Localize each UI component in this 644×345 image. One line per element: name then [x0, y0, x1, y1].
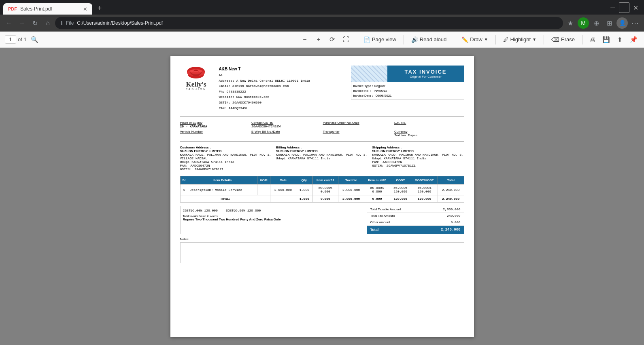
fit-page-button[interactable]: ⟳: [327, 34, 338, 45]
favorites-icon[interactable]: ★: [565, 17, 576, 29]
share-icon[interactable]: ⬆: [614, 34, 625, 45]
erase-button[interactable]: ⌫ Erase: [548, 35, 578, 44]
draw-dropdown-icon: ▼: [484, 37, 488, 42]
tab-close-icon[interactable]: ✕: [83, 6, 87, 12]
highlight-button[interactable]: 🖊 Highlight ▼: [500, 35, 540, 44]
lr-label: L.R. No.: [394, 121, 464, 125]
notes-section: Notes:: [180, 237, 464, 263]
invoice-no-label: Invoice No. :: [353, 89, 371, 93]
page-view-button[interactable]: 📄 Page view: [360, 35, 400, 44]
vehicle-label: Vehicle Number: [180, 130, 250, 133]
collections-icon[interactable]: ⊞: [604, 17, 615, 29]
profile-icon[interactable]: M: [578, 17, 589, 29]
total-label: Total: [370, 228, 379, 232]
contact-gstin-label: Contact GSTIN: [251, 121, 321, 125]
customer-address-block: Customer Address : SUZLON ENERGY LIMITED…: [180, 146, 272, 171]
amount-box: Total Taxable Amount 2,000.000 Total Tax…: [367, 206, 464, 234]
invoice-table: Sr Item Details UOM Rate Qty. Item cust0…: [180, 176, 464, 203]
account-icon[interactable]: 👤: [616, 17, 628, 29]
billing-address-block: Billing Address : SUZLON ENERGY LIMITED …: [276, 146, 368, 171]
extensions-icon[interactable]: ⊕: [591, 17, 602, 29]
company-website-text: Website: www.hostbooks.com: [219, 94, 344, 100]
back-button[interactable]: ←: [3, 17, 15, 29]
other-amount-row: Other amount 0.000: [367, 219, 464, 226]
customer-addr-gstin: GSTIN: 29AWGPV7107B1Z1: [180, 167, 272, 171]
invoice-date-label: Invoice Date :: [353, 94, 373, 97]
tab-favicon: PDF: [8, 6, 17, 11]
maximize-icon[interactable]: [619, 2, 629, 13]
col-cust01: Item cust01: [312, 176, 338, 184]
print-icon[interactable]: 🖨: [587, 34, 598, 45]
home-button[interactable]: ⌂: [42, 17, 53, 29]
supply-info: Place of Supply 29 - KARNATAKA Contact G…: [180, 121, 464, 137]
page-view-label: Page view: [372, 36, 396, 42]
shipping-addr-company: SUZLON ENERGY LIMITED: [372, 149, 464, 153]
customer-addr-text: KARKALA RAOD, PALIMAR AND NANDIKUR, PLOT…: [180, 153, 272, 160]
new-tab-button[interactable]: +: [94, 2, 105, 14]
company-short-name: A&B New T: [219, 66, 344, 72]
zoom-in-button[interactable]: +: [313, 34, 324, 45]
other-label: Other amount: [370, 220, 390, 224]
reload-button[interactable]: ↻: [29, 17, 40, 29]
currency-label: Currency: [394, 130, 464, 133]
search-icon[interactable]: 🔍: [31, 36, 38, 43]
company-address-text: Address: A New Delhi Central DELHI 11000…: [219, 78, 344, 84]
draw-label: Draw: [470, 36, 482, 42]
tax-invoice-top: TAX INVOICE Original For Customer: [351, 66, 464, 82]
tax-label: Total Tax Amount: [370, 214, 395, 218]
tax-value: 240.000: [447, 214, 461, 218]
address-section: Customer Address : SUZLON ENERGY LIMITED…: [180, 146, 464, 171]
tax-invoice-title: TAX INVOICE: [389, 69, 463, 75]
other-value: 0.000: [451, 220, 460, 224]
invoice-date-value: 06/08/2021: [376, 94, 392, 97]
company-a1: A1: [219, 72, 344, 78]
address-bar[interactable]: ℹ File C:/Users/admin/Desktop/Sales-Prin…: [55, 17, 563, 29]
close-icon[interactable]: ✕: [630, 2, 641, 13]
pin-icon[interactable]: 📌: [628, 34, 639, 45]
company-gstin-text: GSTIN: 29AADCK7940H000: [219, 100, 344, 106]
shipping-address-block: Shipping Address : SUZLON ENERGY LIMITED…: [372, 146, 464, 171]
page-number-input[interactable]: [5, 35, 16, 44]
col-cgst: CGST: [390, 176, 411, 184]
invoice-type: Invoice Type : Regular: [353, 84, 462, 88]
highlight-dropdown-icon: ▼: [532, 37, 536, 42]
address-info-icon: ℹ: [61, 20, 63, 26]
transporter-label: Transporter: [323, 130, 393, 133]
col-item: Item Details: [188, 176, 257, 184]
fullscreen-button[interactable]: ⛶: [340, 34, 352, 45]
settings-icon[interactable]: ⋯: [629, 17, 641, 29]
save-icon[interactable]: 💾: [600, 34, 612, 45]
invoice-words-section: Total Invoice Value in words Rupees Two …: [183, 215, 364, 221]
currency-value: Indian Rupee: [394, 133, 464, 137]
company-pan-text: PAN: AAAPQ2345L: [219, 106, 344, 111]
lips-logo: [185, 66, 207, 81]
page-indicator: of 1: [5, 35, 27, 44]
contact-gstin-value: 29AADCS0472N3ZW: [251, 125, 321, 128]
invoice-number: Invoice No. : INV/0012: [353, 89, 462, 93]
company-email-text: Email: ashish.baranwal@hostbooks.com: [219, 83, 344, 89]
draw-button[interactable]: ✏️ Draw ▼: [458, 35, 491, 44]
col-rate: Rate: [270, 176, 296, 184]
tax-invoice-subtitle: Original For Customer: [389, 75, 463, 78]
company-ph-text: Ph: 9783838222: [219, 89, 344, 95]
address-text: C:/Users/admin/Desktop/Sales-Print.pdf: [77, 20, 163, 26]
shipping-addr-gstin: GSTIN: 29AWGPV7107B1Z1: [372, 164, 464, 167]
shipping-addr-label: Shipping Address :: [372, 146, 464, 149]
read-aloud-button[interactable]: 🔊 Read aloud: [408, 35, 450, 44]
active-tab[interactable]: PDF Sales-Print.pdf ✕: [3, 3, 92, 15]
taxable-value: 2,000.000: [443, 207, 460, 211]
customer-addr-company: SUZLON ENERGY LIMITED: [180, 149, 272, 153]
pdf-content-area: Kelly's FASHION A&B New T A1 Address: A …: [0, 48, 644, 345]
minimize-icon[interactable]: ─: [608, 2, 618, 13]
tab-title: Sales-Print.pdf: [20, 6, 80, 12]
shipping-addr-text: KARKALA RAOD, PALIMAR AND NANDIKUR, PLOT…: [372, 153, 464, 157]
billing-addr-text: KARKALA RAOD, PALIMAR AND NANDIKUR, PLOT…: [276, 153, 368, 157]
pdf-page: Kelly's FASHION A&B New T A1 Address: A …: [170, 56, 474, 337]
place-supply-value: 29 - KARNATAKA: [180, 125, 250, 128]
forward-button[interactable]: →: [16, 17, 28, 29]
col-taxable: Taxable: [338, 176, 364, 184]
notes-box[interactable]: [180, 242, 464, 263]
draw-icon: ✏️: [461, 36, 468, 43]
company-subtitle: FASHION: [186, 88, 207, 91]
zoom-out-button[interactable]: −: [299, 34, 310, 45]
